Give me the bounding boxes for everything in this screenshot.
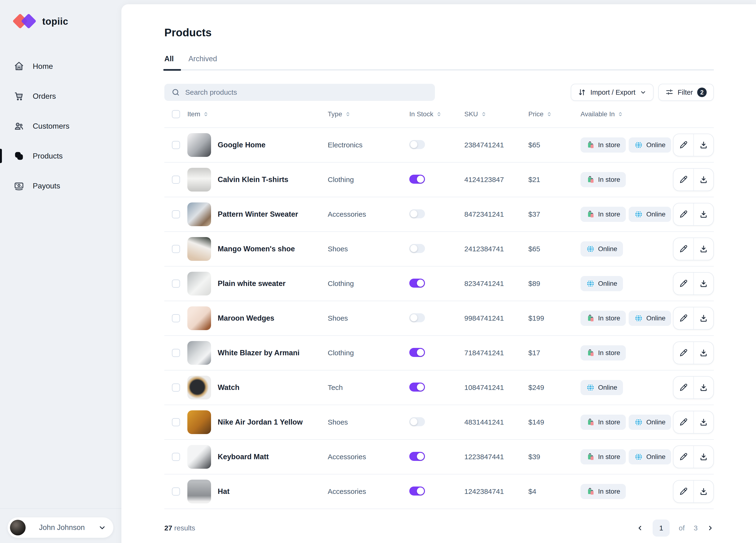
table-row: Plain white sweater Clothing 8234741241 …: [164, 266, 714, 301]
in-stock-toggle[interactable]: [409, 452, 425, 461]
product-thumbnail: [187, 376, 211, 400]
edit-button[interactable]: [673, 411, 693, 433]
in-stock-toggle[interactable]: [409, 417, 425, 426]
column-header-available-in[interactable]: Available In: [581, 110, 673, 118]
in-store-badge: In store: [581, 449, 626, 464]
sidebar-item-payouts[interactable]: Payouts: [0, 171, 121, 201]
download-button[interactable]: [693, 238, 713, 260]
edit-button[interactable]: [673, 203, 693, 225]
edit-button[interactable]: [673, 446, 693, 468]
sidebar-item-products[interactable]: Products: [0, 141, 121, 171]
row-checkbox[interactable]: [172, 453, 180, 461]
edit-button[interactable]: [673, 307, 693, 329]
row-checkbox[interactable]: [172, 314, 180, 322]
column-header-sku[interactable]: SKU: [464, 110, 528, 118]
sidebar-item-orders[interactable]: Orders: [0, 81, 121, 111]
edit-button[interactable]: [673, 273, 693, 295]
globe-icon: [634, 314, 643, 323]
download-button[interactable]: [693, 203, 713, 225]
download-button[interactable]: [693, 342, 713, 364]
row-checkbox[interactable]: [172, 384, 180, 392]
next-page-icon[interactable]: [707, 524, 714, 532]
sidebar-item-home[interactable]: Home: [0, 51, 121, 81]
pencil-icon: [679, 140, 688, 149]
row-checkbox[interactable]: [172, 418, 180, 426]
in-stock-toggle[interactable]: [409, 244, 425, 253]
product-type: Clothing: [328, 176, 409, 184]
page-of-label: of: [679, 524, 685, 532]
sort-icon: [203, 111, 209, 117]
download-button[interactable]: [693, 307, 713, 329]
column-header-in-stock[interactable]: In Stock: [409, 110, 464, 118]
download-button[interactable]: [693, 411, 713, 433]
edit-button[interactable]: [673, 377, 693, 399]
edit-button[interactable]: [673, 481, 693, 502]
download-button[interactable]: [693, 446, 713, 468]
row-checkbox[interactable]: [172, 280, 180, 288]
online-badge: Online: [629, 449, 671, 464]
table-footer: 27 results 1 of 3: [164, 520, 714, 537]
pencil-icon: [679, 210, 688, 219]
row-actions: [673, 237, 714, 260]
in-stock-toggle[interactable]: [409, 313, 425, 322]
tab-all[interactable]: All: [164, 55, 174, 69]
edit-button[interactable]: [673, 342, 693, 364]
sidebar-item-customers[interactable]: Customers: [0, 111, 121, 141]
row-checkbox[interactable]: [172, 210, 180, 218]
tabs: All Archived: [164, 55, 714, 70]
filter-button[interactable]: Filter 2: [658, 84, 714, 101]
download-icon: [699, 175, 708, 184]
current-page[interactable]: 1: [653, 520, 670, 537]
table-row: Pattern Winter Sweater Accessories 84723…: [164, 197, 714, 232]
download-button[interactable]: [693, 169, 713, 190]
in-store-badge: In store: [581, 137, 626, 153]
download-button[interactable]: [693, 377, 713, 399]
avatar: [10, 520, 26, 535]
select-all-checkbox[interactable]: [172, 110, 180, 118]
row-checkbox[interactable]: [172, 176, 180, 184]
in-stock-toggle[interactable]: [409, 140, 425, 149]
toggle-knob: [410, 418, 417, 425]
in-stock-toggle[interactable]: [409, 209, 425, 218]
column-header-type[interactable]: Type: [328, 110, 409, 118]
row-checkbox[interactable]: [172, 488, 180, 496]
user-menu[interactable]: John Johnson: [8, 517, 113, 538]
globe-icon: [634, 453, 643, 461]
tab-archived[interactable]: Archived: [189, 55, 217, 69]
download-icon: [699, 487, 708, 496]
sort-icon: [618, 111, 623, 117]
download-button[interactable]: [693, 273, 713, 295]
download-icon: [699, 210, 708, 219]
product-name: Maroon Wedges: [218, 314, 274, 323]
in-stock-toggle[interactable]: [409, 348, 425, 357]
product-type: Tech: [328, 384, 409, 392]
sort-icon: [481, 111, 487, 117]
download-button[interactable]: [693, 134, 713, 156]
in-stock-toggle[interactable]: [409, 175, 425, 184]
search-box[interactable]: [164, 84, 435, 101]
product-sku: 4124123847: [464, 176, 528, 184]
row-checkbox[interactable]: [172, 141, 180, 149]
row-checkbox[interactable]: [172, 245, 180, 253]
product-thumbnail: [187, 133, 211, 157]
edit-button[interactable]: [673, 169, 693, 190]
product-type: Shoes: [328, 245, 409, 253]
in-stock-toggle[interactable]: [409, 487, 425, 496]
in-stock-toggle[interactable]: [409, 383, 425, 392]
edit-button[interactable]: [673, 134, 693, 156]
import-export-button[interactable]: Import / Export: [571, 84, 653, 101]
product-price: $65: [528, 245, 581, 253]
product-sku: 1084741241: [464, 384, 528, 392]
sidebar-item-label: Home: [33, 62, 53, 71]
in-store-label: In store: [598, 141, 620, 149]
search-input[interactable]: [185, 88, 428, 96]
prev-page-icon[interactable]: [636, 524, 644, 532]
chevron-down-icon: [640, 89, 646, 96]
in-stock-toggle[interactable]: [409, 279, 425, 288]
edit-button[interactable]: [673, 238, 693, 260]
column-header-price[interactable]: Price: [528, 110, 581, 118]
column-header-item[interactable]: Item: [187, 110, 328, 118]
download-button[interactable]: [693, 481, 713, 502]
row-checkbox[interactable]: [172, 349, 180, 357]
pencil-icon: [679, 244, 688, 253]
